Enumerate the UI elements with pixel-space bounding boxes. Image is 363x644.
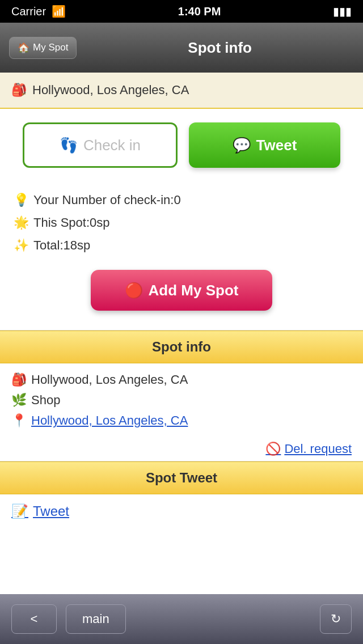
spot-category-icon: 🌿: [11, 393, 27, 408]
carrier-label: Carrier: [11, 5, 46, 18]
tweet-button-icon: 💬: [233, 137, 251, 154]
tweet-link[interactable]: 📝 Tweet: [11, 503, 352, 519]
checkin-stat-row: 💡 Your Number of check-in:0: [14, 193, 349, 207]
check-in-icon: 👣: [60, 137, 78, 154]
spot-category-row: 🌿 Shop: [11, 393, 352, 408]
spot-location-icon: 🎒: [11, 372, 27, 387]
add-spot-icon: 🔴: [125, 282, 143, 299]
total-stat-row: ✨ Total:18sp: [14, 238, 349, 253]
spot-info-content: 🎒 Hollywood, Los Angeles, CA 🌿 Shop 📍 Ho…: [0, 363, 363, 437]
tweet-button-label: Tweet: [256, 137, 297, 154]
spot-info-section-header: Spot info: [0, 331, 363, 363]
home-button[interactable]: 🏠 My Spot: [9, 37, 77, 59]
main-button[interactable]: main: [66, 604, 126, 634]
tweet-link-icon: 📝: [11, 503, 28, 519]
checkin-stat-label: Your Number of check-in:0: [33, 193, 181, 207]
nav-bar: 🏠 My Spot Spot info: [0, 23, 363, 73]
tweet-button[interactable]: 💬 Tweet: [189, 122, 340, 168]
spot-info-title: Spot info: [152, 339, 211, 354]
status-bar: Carrier 📶 1:40 PM ▮▮▮: [0, 0, 363, 23]
refresh-button[interactable]: ↻: [320, 604, 352, 634]
location-icon: 🎒: [11, 83, 27, 98]
location-bar: 🎒 Hollywood, Los Angeles, CA: [0, 73, 363, 109]
nav-title: Spot info: [86, 39, 354, 57]
total-icon: ✨: [14, 238, 29, 253]
status-left: Carrier 📶: [11, 5, 66, 18]
spot-stat-label: This Spot:0sp: [33, 215, 110, 230]
del-request-link[interactable]: 🚫 Del. request: [265, 442, 352, 456]
my-spot-label: My Spot: [33, 42, 68, 53]
home-icon: 🏠: [18, 42, 29, 54]
add-spot-wrap: 🔴 Add My Spot: [0, 264, 363, 330]
check-in-button[interactable]: 👣 Check in: [23, 122, 178, 168]
bottom-left-buttons: < main: [11, 604, 126, 634]
spot-stat-row: 🌟 This Spot:0sp: [14, 215, 349, 230]
check-in-label: Check in: [83, 137, 141, 154]
tweet-link-text: Tweet: [33, 503, 69, 519]
back-button[interactable]: <: [11, 604, 57, 634]
spot-location-text: Hollywood, Los Angeles, CA: [31, 372, 188, 387]
total-stat-label: Total:18sp: [33, 238, 90, 253]
del-text: Del. request: [284, 442, 352, 456]
refresh-icon: ↻: [331, 612, 341, 626]
wifi-icon: 📶: [52, 5, 66, 18]
add-spot-label: Add My Spot: [149, 282, 239, 299]
action-row: 👣 Check in 💬 Tweet: [0, 109, 363, 181]
checkin-icon: 💡: [14, 193, 29, 207]
tweet-section: 📝 Tweet: [0, 494, 363, 528]
location-text: Hollywood, Los Angeles, CA: [32, 83, 189, 98]
spot-location-row: 🎒 Hollywood, Los Angeles, CA: [11, 372, 352, 387]
status-time: 1:40 PM: [178, 5, 221, 18]
battery-icon: ▮▮▮: [333, 5, 352, 18]
spot-link-row[interactable]: 📍 Hollywood, Los Angeles, CA: [11, 413, 352, 428]
spot-tweet-section-header: Spot Tweet: [0, 461, 363, 494]
spot-category-text: Shop: [31, 393, 60, 408]
bottom-bar: < main ↻: [0, 594, 363, 644]
spot-link-icon: 📍: [11, 413, 27, 428]
spot-icon: 🌟: [14, 215, 29, 230]
spot-tweet-title: Spot Tweet: [146, 470, 217, 485]
spot-location-link[interactable]: Hollywood, Los Angeles, CA: [31, 413, 188, 428]
del-request-row: 🚫 Del. request: [0, 437, 363, 461]
del-icon: 🚫: [265, 442, 281, 456]
add-spot-button[interactable]: 🔴 Add My Spot: [91, 270, 272, 311]
status-right: ▮▮▮: [333, 5, 352, 18]
stats-section: 💡 Your Number of check-in:0 🌟 This Spot:…: [0, 181, 363, 264]
